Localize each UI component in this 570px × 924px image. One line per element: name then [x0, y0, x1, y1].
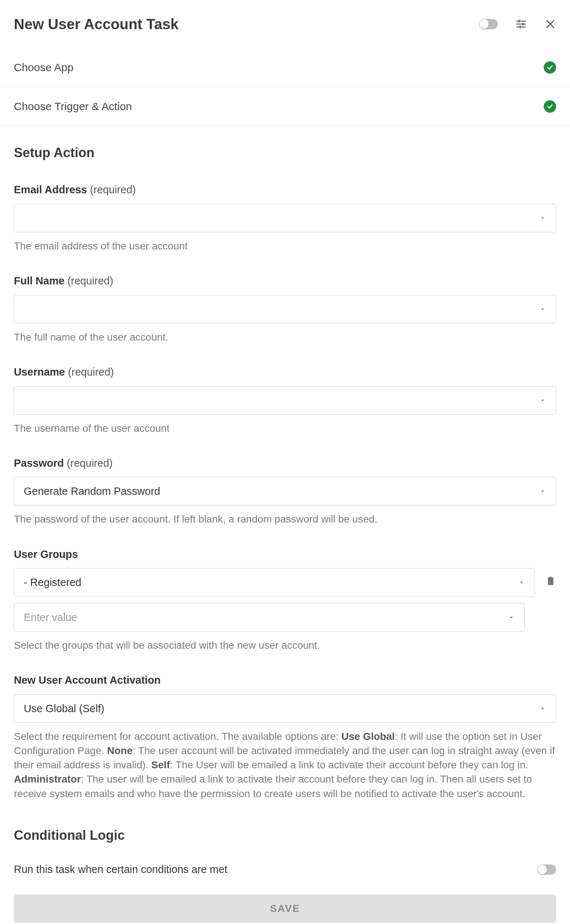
field-help: The email address of the user account	[14, 239, 556, 253]
required-tag: (required)	[67, 275, 113, 287]
caret-down-icon	[539, 705, 546, 712]
header: New User Account Task	[0, 0, 570, 48]
user-groups-enter[interactable]: Enter value	[14, 603, 525, 632]
field-label-text: Email Address	[14, 184, 87, 195]
caret-down-icon	[507, 614, 515, 621]
field-label-text: User Groups	[14, 548, 78, 560]
field-label-text: New User Account Activation	[14, 674, 161, 686]
caret-down-icon	[539, 487, 546, 495]
step-label: Choose Trigger & Action	[14, 99, 132, 114]
required-tag: (required)	[68, 366, 114, 378]
page-title: New User Account Task	[14, 14, 178, 34]
caret-down-icon	[518, 579, 525, 586]
field-help: The password of the user account. If lef…	[14, 512, 556, 526]
fullname-select[interactable]	[14, 295, 556, 324]
select-value: - Registered	[24, 575, 81, 590]
caret-down-icon	[539, 305, 546, 313]
field-label-text: Password	[14, 457, 64, 469]
conditional-text: Run this task when certain conditions ar…	[14, 862, 227, 877]
field-label-text: Username	[14, 366, 65, 378]
header-tools	[479, 18, 556, 30]
save-button[interactable]: SAVE	[14, 895, 556, 923]
field-activation: New User Account Activation Use Global (…	[14, 673, 556, 801]
email-select[interactable]	[14, 204, 556, 232]
activation-select[interactable]: Use Global (Self)	[14, 694, 556, 723]
select-placeholder: Enter value	[24, 610, 77, 625]
field-help: The username of the user account	[14, 421, 556, 435]
required-tag: (required)	[90, 184, 136, 195]
required-tag: (required)	[67, 457, 113, 469]
step-choose-app[interactable]: Choose App	[0, 48, 570, 87]
field-help: Select the requirement for account activ…	[14, 729, 556, 801]
close-icon[interactable]	[544, 18, 556, 30]
setup-action-section: Setup Action Email Address (required) Th…	[0, 126, 570, 924]
select-value: Generate Random Password	[24, 484, 160, 499]
field-help: The full name of the user account.	[14, 330, 556, 344]
conditional-toggle[interactable]	[537, 864, 556, 875]
field-email: Email Address (required) The email addre…	[14, 182, 556, 253]
caret-down-icon	[539, 214, 546, 222]
select-value: Use Global (Self)	[24, 701, 104, 716]
field-help: Select the groups that will be associate…	[14, 638, 556, 652]
section-title: Conditional Logic	[14, 826, 556, 845]
user-groups-select[interactable]: - Registered	[14, 568, 535, 597]
section-title: Setup Action	[14, 144, 556, 162]
step-choose-trigger[interactable]: Choose Trigger & Action	[0, 87, 570, 126]
trash-icon[interactable]	[545, 575, 556, 590]
username-select[interactable]	[14, 386, 556, 415]
caret-down-icon	[539, 397, 546, 404]
step-label: Choose App	[14, 60, 74, 75]
conditional-logic-section: Conditional Logic Run this task when cer…	[14, 826, 556, 923]
field-label-text: Full Name	[14, 275, 64, 287]
header-toggle[interactable]	[479, 19, 498, 29]
field-password: Password (required) Generate Random Pass…	[14, 456, 556, 527]
password-select[interactable]: Generate Random Password	[14, 477, 556, 506]
field-username: Username (required) The username of the …	[14, 365, 556, 435]
check-circle-icon	[544, 61, 556, 74]
field-fullname: Full Name (required) The full name of th…	[14, 273, 556, 344]
field-user-groups: User Groups - Registered Enter value	[14, 547, 556, 653]
tune-icon[interactable]	[515, 18, 527, 30]
check-circle-icon	[544, 100, 556, 113]
